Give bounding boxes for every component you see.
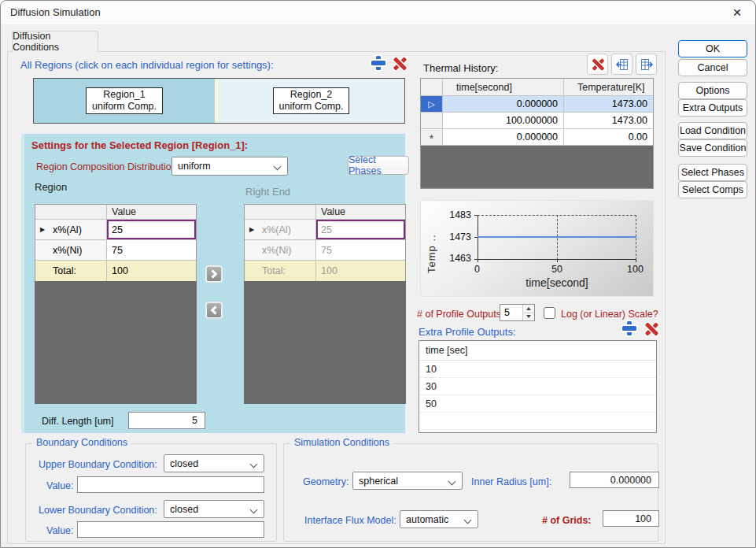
select-comps-button[interactable]: Select Comps	[678, 181, 747, 198]
thermal-new-row[interactable]: * 0.000000 0.00	[421, 129, 653, 146]
triangle-up-icon	[526, 307, 531, 310]
ytick-1463: 1463	[449, 253, 471, 264]
select-phases-panel-button[interactable]: Select Phases	[348, 156, 409, 175]
total-value: 100	[107, 261, 196, 281]
thermal-row-selected[interactable]: ▷ 0.000000 1473.00	[421, 96, 653, 113]
composition-distribution-combo[interactable]: uniform	[171, 157, 288, 176]
settings-title: Settings for the Selected Region [Region…	[31, 139, 248, 151]
extra-profile-outputs-label: Extra Profile Outputs:	[419, 326, 516, 338]
table-import-icon	[615, 57, 629, 72]
thermal-history-label: Thermal History:	[423, 62, 498, 74]
profile-outputs-label: # of Profile Outputs:	[417, 309, 503, 320]
log-scale-checkbox[interactable]	[544, 307, 555, 319]
flux-model-label: Interface Flux Model:	[304, 515, 396, 526]
diff-length-input[interactable]: 5	[128, 412, 205, 429]
all-regions-label: All Regions (click on each individual re…	[20, 59, 274, 71]
thermal-import-button[interactable]	[611, 54, 632, 75]
copy-left-button[interactable]	[205, 302, 223, 319]
list-item[interactable]: 30	[419, 378, 656, 395]
upper-boundary-combo[interactable]: closed	[164, 454, 264, 472]
region-table-caption: Region	[35, 181, 67, 193]
boundary-conditions-group: Boundary Conditions Upper Boundary Condi…	[25, 443, 277, 542]
chevron-right-icon	[208, 269, 217, 278]
upper-value-label: Value:	[46, 480, 74, 491]
region-2-box: Region_2 uniform Comp.	[273, 87, 350, 114]
delete-x-icon	[391, 55, 408, 72]
table-row: ▶ x%(Al) 25	[245, 220, 405, 240]
chevron-down-icon	[274, 163, 282, 171]
row-selector-icon: ▷	[421, 96, 443, 112]
region-1-desc: uniform Comp.	[92, 101, 157, 113]
spinner-up-button[interactable]	[523, 305, 534, 313]
xtick-50: 50	[551, 264, 562, 275]
extra-outputs-list[interactable]: time [sec] 10 30 50	[419, 340, 657, 433]
right-end-table-empty-area	[244, 281, 406, 404]
geometry-combo[interactable]: spherical	[352, 472, 463, 490]
extra-outputs-button[interactable]: Extra Outputs	[678, 99, 747, 117]
chevron-down-icon	[250, 461, 258, 468]
inner-radius-input[interactable]: 0.000000	[570, 472, 659, 488]
copy-right-button[interactable]	[205, 265, 223, 283]
cancel-button[interactable]: Cancel	[678, 59, 747, 76]
lower-boundary-combo[interactable]: closed	[164, 500, 264, 518]
value-cell-al[interactable]: 25	[107, 220, 196, 239]
thermal-header-row: time[second] Temperature[K]	[421, 79, 653, 96]
region-item-2[interactable]: Region_2 uniform Comp.	[218, 79, 404, 123]
tab-diffusion-conditions[interactable]: Diffusion Conditions	[12, 31, 98, 52]
table-row: x%(Ni) 75	[245, 240, 405, 261]
geometry-label: Geometry:	[303, 476, 348, 487]
delete-region-button[interactable]	[391, 55, 408, 72]
add-extra-output-button[interactable]	[621, 320, 638, 337]
tab-page: All Regions (click on each individual re…	[7, 51, 666, 544]
table-header-row: Value	[245, 205, 405, 220]
thermal-history-chart: Temp .. 1483 1473 1463 0 50 100 time[se	[420, 200, 654, 297]
row-selector-icon: ▶	[40, 226, 45, 233]
options-button[interactable]: Options	[678, 82, 747, 99]
ytick-1473: 1473	[449, 231, 471, 243]
spinner-down-button[interactable]	[523, 313, 534, 321]
extra-list-header: time [sec]	[419, 341, 656, 361]
num-grids-input[interactable]: 100	[603, 510, 659, 527]
chevron-down-icon	[464, 517, 472, 524]
simulation-conditions-group: Simulation Conditions Geometry: spherica…	[283, 443, 658, 542]
flux-model-combo[interactable]: automatic	[400, 510, 478, 528]
region-strip: Region_1 uniform Comp. Region_2 uniform …	[33, 78, 405, 124]
table-row[interactable]: ▶ x%(Al) 25	[35, 220, 196, 240]
table-row[interactable]: x%(Ni) 75	[35, 240, 196, 261]
profile-outputs-spinner[interactable]: 5	[500, 304, 535, 321]
new-row-icon: *	[430, 132, 433, 145]
add-region-button[interactable]	[370, 54, 387, 72]
ok-button[interactable]: OK	[678, 40, 747, 57]
table-export-icon	[640, 57, 654, 72]
value-cell-al: 25	[316, 220, 405, 239]
diff-length-label: Diff. Length [um]	[42, 416, 114, 427]
thermal-export-button[interactable]	[636, 54, 657, 75]
load-condition-button[interactable]: Load Condition	[678, 122, 747, 139]
region-item-1[interactable]: Region_1 uniform Comp.	[34, 79, 218, 123]
close-icon[interactable]: ×	[719, 1, 755, 24]
lower-boundary-label: Lower Boundary Condition:	[39, 505, 157, 516]
save-condition-button[interactable]: Save Condition	[678, 139, 747, 157]
delete-extra-output-button[interactable]	[643, 320, 660, 338]
chevron-down-icon	[250, 506, 258, 514]
num-grids-label: # of Grids:	[542, 515, 592, 526]
total-row: Total: 100	[245, 261, 405, 281]
thermal-row[interactable]: 100.000000 1473.00	[421, 113, 653, 129]
list-item[interactable]: 10	[419, 361, 656, 378]
inner-radius-label: Inner Radius [um]:	[471, 476, 551, 487]
chevron-down-icon	[448, 478, 456, 486]
boundary-group-title: Boundary Conditions	[32, 437, 131, 448]
value-cell-ni: 75	[316, 240, 405, 260]
thermal-delete-button[interactable]	[587, 54, 608, 75]
value-cell-ni[interactable]: 75	[107, 240, 196, 260]
list-item[interactable]: 50	[419, 395, 656, 413]
total-value: 100	[316, 261, 405, 281]
select-phases-button[interactable]: Select Phases	[678, 164, 747, 181]
upper-boundary-label: Upper Boundary Condition:	[39, 459, 157, 470]
xtick-0: 0	[474, 264, 480, 275]
region-table-empty-area	[35, 281, 197, 404]
lower-value-label: Value:	[46, 525, 74, 536]
upper-value-input[interactable]	[77, 476, 264, 493]
right-end-table-caption: Right End	[245, 186, 290, 198]
lower-value-input[interactable]	[77, 521, 264, 538]
